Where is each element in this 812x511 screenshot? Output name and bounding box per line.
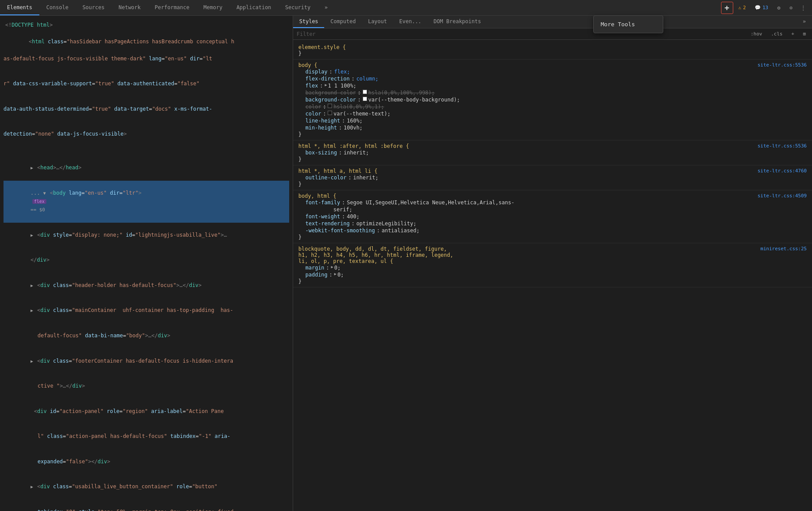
css-selector-blockquote2: h1, h2, h3, h4, h5, h6, hr, html, iframe… [298,252,807,258]
source-link-2[interactable]: site-ltr.css:5536 [757,143,807,149]
tab-sources[interactable]: Sources [75,0,112,15]
tab-elements[interactable]: Elements [0,0,39,15]
css-rule-blockquote: blockquote, body, dd, dl, dt, fieldset, … [293,243,812,287]
more-options-button[interactable]: ⋮ [798,3,808,13]
info-icon: 💬 [755,5,761,10]
tab-dom-breakpoints[interactable]: DOM Breakpoints [427,16,487,28]
css-prop-bg-color: background-color : var(--theme-body-back… [298,96,807,103]
styles-tabs: Styles Computed Layout Even... DOM Break… [293,16,812,28]
toolbar-right: + ⚠ 2 💬 13 ⚙ ⊙ ⋮ [718,0,812,15]
css-selector-blockquote3: li, ol, p, pre, textarea, ul { [298,258,807,264]
elements-panel: <!DOCTYPE html> <html class="hasSidebar … [0,16,293,511]
gear-icon: ⚙ [777,5,780,11]
css-prop-flex: flex : ▶ 1 1 100%; [298,82,807,89]
css-rule-html-star: html *, html :after, html :before { site… [293,140,812,165]
expand-arrow-icon-3[interactable]: ▶ [334,272,336,276]
add-panel-button[interactable]: + [721,2,733,14]
css-prop-margin: margin : ▶ 0; [298,264,807,271]
html-line-body[interactable]: ... ▼ <body lang="en-us" dir="ltr"> flex… [4,181,289,223]
filter-bar: :hov .cls + ⊞ [293,28,812,40]
css-selector-body: body { site-ltr.css:5536 [298,62,807,68]
css-rule-body-close: } [298,131,807,137]
css-prop-box-sizing: box-sizing : inherit; [298,149,807,156]
styles-panel: Styles Computed Layout Even... DOM Break… [293,16,812,511]
css-prop-outline: outline-color : inherit; [298,174,807,181]
filter-input[interactable] [297,31,745,37]
tab-event[interactable]: Even... [393,16,428,28]
tab-memory[interactable]: Memory [196,0,229,15]
main-content: <!DOCTYPE html> <html class="hasSidebar … [0,16,812,511]
html-line-action3: expanded="false"></div> [4,449,289,475]
hov-button[interactable]: :hov [748,30,765,38]
html-line-header[interactable]: ▶ <div class="header-holder has-default-… [4,273,289,298]
color-swatch-4 [328,111,332,115]
warning-badge[interactable]: ⚠ 2 [735,4,749,11]
html-line-action2: l" class="action-panel has-default-focus… [4,424,289,449]
tab-application[interactable]: Application [229,0,278,15]
css-prop-padding: padding : ▶ 0; [298,271,807,278]
color-swatch-3 [328,104,332,108]
more-tools-dropdown: More Tools [593,15,663,33]
tab-console[interactable]: Console [39,0,76,15]
css-close: } [298,50,807,56]
style-nav-button[interactable]: ⊞ [800,30,808,38]
warning-icon: ⚠ [738,5,742,10]
color-swatch-2 [363,97,367,101]
tab-network[interactable]: Network [112,0,148,15]
html-line-footer[interactable]: ▶ <div class="footerContainer has-defaul… [4,348,289,374]
styles-content: element.style { } body { site-ltr.css:55… [293,40,812,511]
css-prop-color: color : var(--theme-text); [298,110,807,117]
more-tools-item[interactable]: More Tools [594,18,663,31]
source-link-4[interactable]: site-ltr.css:4509 [757,193,807,199]
css-prop-font-family: font-family : Segoe UI,SegoeUI,Helvetica… [298,199,807,206]
css-rule-html-a-li: html *, html a, html li { site-ltr.css:4… [293,165,812,190]
add-style-button[interactable]: + [789,30,797,38]
expand-arrow-icon[interactable]: ▶ [325,83,327,87]
more-styles-tabs[interactable]: » [797,16,812,28]
more-tabs-btn[interactable]: » [318,0,335,15]
css-prop-display: display : flex; [298,68,807,75]
css-rule-body: body { site-ltr.css:5536 display : flex;… [293,60,812,140]
settings-button[interactable]: ⚙ [774,3,784,13]
html-line-main[interactable]: ▶ <div class="mainContainer uhf-containe… [4,298,289,323]
css-rule-body-html-close: } [298,234,807,240]
css-prop-font-family-cont: serif; [298,206,807,213]
html-line-main2: default-focus" data-bi-name="body">…</di… [4,323,289,349]
more-dots-icon: ⋮ [801,5,806,11]
info-badge[interactable]: 💬 13 [751,4,772,11]
css-prop-line-height: line-height : 160%; [298,117,807,124]
css-selector-html-a-li: html *, html a, html li { site-ltr.css:4… [298,168,807,174]
html-line-action[interactable]: <div id="action-panel" role="region" ari… [4,399,289,424]
css-rule-element-style: element.style { } [293,42,812,60]
tab-styles[interactable]: Styles [293,16,324,28]
css-prop-flex-direction: flex-direction : column; [298,75,807,82]
css-prop-color-strike: color : hsla(0,0%,9%,1); [298,103,807,110]
profile-button[interactable]: ⊙ [786,3,796,13]
tab-computed[interactable]: Computed [324,16,362,28]
toolbar-spacer [335,0,718,15]
html-line-html[interactable]: <html class="hasSidebar hasPageActions h… [4,29,289,155]
css-prop-text-rendering: text-rendering : optimizeLegibility; [298,220,807,227]
source-link-3[interactable]: site-ltr.css:4760 [757,168,807,174]
html-line-footer2: ctive ">…</div> [4,374,289,399]
html-line-divclose1: </div> [4,248,289,273]
html-line-usabilla[interactable]: ▶ <div class="usabilla_live_button_conta… [4,474,289,500]
tab-security[interactable]: Security [278,0,318,15]
css-selector-html-star: html *, html :after, html :before { site… [298,143,807,149]
expand-arrow-icon-2[interactable]: ▶ [331,265,333,269]
css-prop-font-weight: font-weight : 400; [298,213,807,220]
profile-icon: ⊙ [789,5,792,11]
html-code: <!DOCTYPE html> <html class="hasSidebar … [0,19,293,511]
tab-performance[interactable]: Performance [148,0,196,15]
css-prop-bg-color-strike: background-color : hsla(0,0%,100%,.998); [298,89,807,96]
cls-button[interactable]: .cls [768,30,785,38]
html-line-lightning[interactable]: ▶ <div style="display: none;" id="lightn… [4,223,289,248]
css-rule-blockquote-close: } [298,278,807,284]
css-selector: element.style { [298,44,807,50]
tab-layout[interactable]: Layout [362,16,393,28]
source-link[interactable]: site-ltr.css:5536 [757,62,807,68]
css-rule-body-html: body, html { site-ltr.css:4509 font-fami… [293,190,812,243]
html-line-head[interactable]: ▶ <head>…</head> [4,155,289,181]
source-link-5[interactable]: minireset.css:25 [760,246,807,252]
html-line-doctype: <!DOCTYPE html> [4,21,289,29]
